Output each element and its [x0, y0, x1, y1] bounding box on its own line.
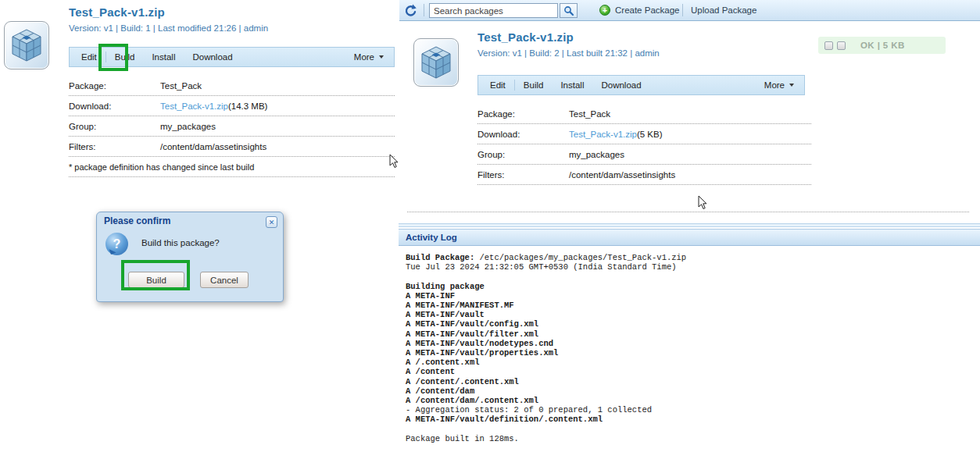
- chevron-down-icon: [379, 55, 384, 59]
- activity-log-header: Activity Log: [399, 229, 980, 246]
- log-line: A /content/dam/.content.xml: [406, 396, 686, 405]
- create-package-icon: +: [599, 5, 610, 16]
- field-label: Filters:: [69, 142, 160, 151]
- question-icon: ?: [106, 233, 128, 255]
- refresh-icon[interactable]: [403, 4, 417, 17]
- package-meta: Version: v1 | Build: 2 | Last built 21:3…: [477, 48, 660, 58]
- build-button[interactable]: Build: [128, 272, 184, 288]
- dialog-title: Please confirm: [104, 215, 170, 226]
- field-row: Download:Test_Pack-v1.zip (14.3 MB): [69, 96, 395, 116]
- search-button[interactable]: [560, 3, 578, 18]
- confirm-dialog: Please confirm ✕ ? Build this package? B…: [96, 212, 284, 302]
- field-value: /content/dam/assetinsights: [160, 142, 266, 151]
- activity-log-lines: Build Package: /etc/packages/my_packages…: [406, 253, 686, 443]
- log-line: Building package: [406, 282, 686, 291]
- toolbar-button-build[interactable]: Build: [106, 52, 144, 62]
- package-cube-glyph: [419, 44, 453, 80]
- field-value: my_packages: [569, 150, 624, 159]
- package-cube-glyph: [9, 27, 44, 63]
- toolbar-separator: [682, 4, 683, 16]
- field-label: Group:: [69, 122, 160, 131]
- package-changed-note: * package definition has changed since l…: [69, 157, 395, 177]
- toolbar-button-download[interactable]: Download: [184, 52, 241, 62]
- toolbar-button-build[interactable]: Build: [515, 80, 553, 90]
- package-toolbar: EditBuildInstallDownloadMore: [69, 47, 395, 67]
- page-title: Test_Pack-v1.zip: [69, 5, 165, 19]
- package-status-badge: OK | 5 KB: [818, 37, 946, 54]
- close-icon[interactable]: ✕: [266, 216, 277, 228]
- field-row: Filters:/content/dam/assetinsights: [69, 137, 395, 157]
- field-label: Package:: [477, 109, 569, 119]
- log-line: A /content/.content.xml: [406, 377, 686, 386]
- toolbar-button-edit[interactable]: Edit: [73, 52, 106, 62]
- log-line: A META-INF/vault/filter.xml: [406, 329, 686, 339]
- section-divider: [399, 223, 980, 227]
- field-value: my_packages: [160, 122, 216, 131]
- toolbar-more-label: More: [764, 80, 785, 90]
- log-line: A META-INF/MANIFEST.MF: [406, 301, 686, 310]
- log-line: A /content/dam: [406, 386, 686, 396]
- package-toolbar: EditBuildInstallDownloadMore: [477, 75, 805, 95]
- package-cube-icon: [4, 21, 49, 69]
- field-value: /content/dam/assetinsights: [569, 170, 675, 180]
- dialog-message: Build this package?: [141, 238, 220, 247]
- field-row: Package:Test_Pack: [69, 76, 395, 96]
- toolbar-button-edit[interactable]: Edit: [481, 80, 514, 90]
- status-checkbox-icon: [824, 41, 833, 50]
- mouse-cursor: [389, 154, 399, 169]
- log-line: Tue Jul 23 2024 21:32:05 GMT+0530 (India…: [406, 262, 686, 272]
- toolbar-button-download[interactable]: Download: [592, 80, 649, 90]
- package-cube-icon: [413, 38, 459, 87]
- field-row: Group:my_packages: [477, 144, 811, 165]
- mouse-cursor: [698, 195, 707, 210]
- log-line: A /content: [406, 367, 686, 376]
- log-line: A META-INF/vault/definition/.content.xml: [406, 415, 686, 424]
- field-value: Test_Pack: [569, 109, 610, 119]
- list-bottom-divider: [407, 201, 969, 212]
- log-line: Package built in 128ms.: [406, 434, 686, 443]
- field-label: Download:: [69, 101, 160, 111]
- log-line: A /.content.xml: [406, 358, 686, 367]
- search-input[interactable]: [429, 3, 558, 18]
- log-line: Build Package: /etc/packages/my_packages…: [406, 253, 686, 262]
- field-label: Group:: [477, 150, 569, 159]
- crx-package-manager-screen: Test_Pack-v1.zip Version: v1 | Build: 1 …: [0, 0, 980, 452]
- log-line: A META-INF/vault/properties.xml: [406, 348, 686, 358]
- field-suffix: (14.3 MB): [228, 101, 268, 111]
- toolbar-separator: [424, 4, 424, 16]
- package-fields: Package:Test_PackDownload:Test_Pack-v1.z…: [69, 76, 395, 157]
- upload-package-button[interactable]: Upload Package: [691, 5, 756, 15]
- top-toolbar: + Create Package Upload Package: [399, 0, 980, 21]
- log-line: A META-INF: [406, 291, 686, 301]
- field-row: Download:Test_Pack-v1.zip (5 KB): [477, 124, 811, 144]
- log-line: A META-INF/vault: [406, 310, 686, 319]
- toolbar-button-install[interactable]: Install: [143, 52, 184, 62]
- package-fields: Package:Test_PackDownload:Test_Pack-v1.z…: [477, 104, 811, 185]
- log-line: [406, 425, 686, 434]
- field-row: Group:my_packages: [69, 116, 395, 137]
- toolbar-more-button[interactable]: More: [757, 80, 801, 90]
- search-icon: [563, 5, 574, 16]
- field-row: Package:Test_Pack: [477, 104, 811, 124]
- toolbar-button-install[interactable]: Install: [552, 80, 592, 90]
- download-link[interactable]: Test_Pack-v1.zip: [569, 130, 637, 139]
- status-text: OK | 5 KB: [860, 41, 905, 50]
- page-title: Test_Pack-v1.zip: [477, 30, 574, 44]
- field-label: Download:: [477, 130, 569, 139]
- field-suffix: (5 KB): [637, 130, 663, 139]
- log-line: A META-INF/vault/config.xml: [406, 319, 686, 329]
- download-link[interactable]: Test_Pack-v1.zip: [160, 101, 228, 111]
- status-checkbox-icon: [837, 41, 846, 50]
- field-value: Test_Pack: [160, 81, 202, 91]
- toolbar-more-label: More: [354, 52, 374, 62]
- field-label: Package:: [69, 81, 160, 91]
- field-row: Filters:/content/dam/assetinsights: [477, 165, 811, 185]
- package-meta: Version: v1 | Build: 1 | Last modified 2…: [69, 23, 268, 33]
- log-line: - Aggregation status: 2 of 0 prepared, 1…: [406, 405, 686, 415]
- toolbar-more-button[interactable]: More: [347, 52, 391, 62]
- log-line: [406, 272, 686, 281]
- chevron-down-icon: [789, 84, 794, 87]
- cancel-button[interactable]: Cancel: [200, 272, 249, 288]
- field-label: Filters:: [477, 170, 569, 180]
- create-package-button[interactable]: Create Package: [615, 5, 679, 15]
